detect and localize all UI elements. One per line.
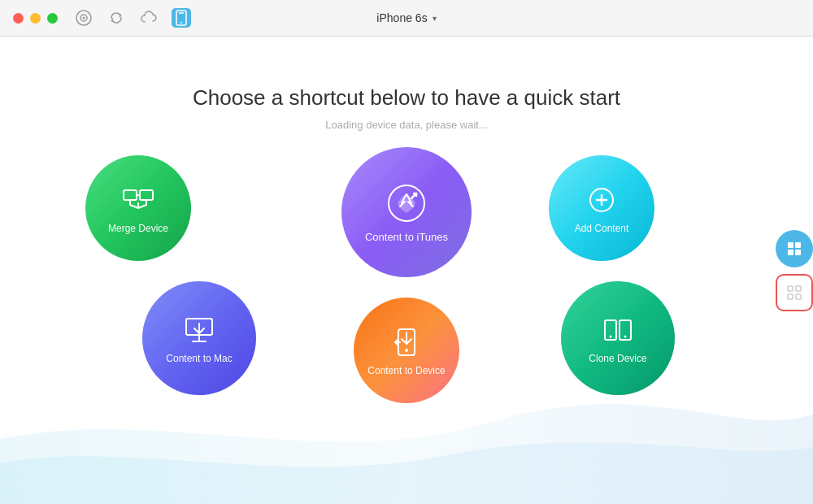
svg-point-14 <box>405 349 408 352</box>
cloud-icon[interactable] <box>139 8 159 28</box>
svg-point-18 <box>624 336 627 338</box>
toolbar-icons <box>74 8 191 28</box>
svg-rect-24 <box>796 286 801 291</box>
svg-point-2 <box>83 17 85 20</box>
content-to-itunes-label: Content to iTunes <box>365 231 448 243</box>
content-to-device-label: Content to Device <box>367 365 445 376</box>
main-content: Choose a shortcut below to have a quick … <box>0 37 813 504</box>
svg-point-17 <box>610 336 612 338</box>
svg-rect-22 <box>795 250 801 255</box>
svg-rect-23 <box>788 286 793 291</box>
svg-rect-7 <box>140 190 153 200</box>
merge-device-label: Merge Device <box>108 223 168 234</box>
svg-rect-19 <box>788 242 793 248</box>
main-title: Choose a shortcut below to have a quick … <box>0 85 813 111</box>
add-content-label: Add Content <box>575 223 629 234</box>
svg-rect-21 <box>788 250 793 255</box>
svg-point-5 <box>180 22 182 24</box>
close-button[interactable] <box>13 13 24 24</box>
minimize-button[interactable] <box>30 13 41 24</box>
content-to-mac-button[interactable]: Content to Mac <box>142 281 256 395</box>
refresh-icon[interactable] <box>107 8 126 28</box>
grid-side-button[interactable] <box>776 274 813 311</box>
svg-rect-20 <box>795 242 801 248</box>
device-name: iPhone 6s <box>376 11 427 24</box>
add-content-button[interactable]: Add Content <box>549 155 654 261</box>
content-to-device-button[interactable]: Content to Device <box>354 298 459 403</box>
phone-icon[interactable] <box>172 8 191 28</box>
merge-device-button[interactable]: Merge Device <box>85 155 191 261</box>
loading-subtitle: Loading device data, please wait... <box>0 119 813 131</box>
info-side-button[interactable] <box>776 230 813 267</box>
svg-rect-6 <box>124 190 137 200</box>
content-to-itunes-button[interactable]: Content to iTunes <box>341 147 472 277</box>
clone-device-button[interactable]: Clone Device <box>561 281 675 395</box>
traffic-lights <box>13 13 58 24</box>
maximize-button[interactable] <box>47 13 58 24</box>
circles-area: Merge Device Content to iTunes <box>0 131 813 440</box>
content-to-mac-label: Content to Mac <box>166 353 232 364</box>
titlebar: iPhone 6s ▾ <box>0 0 813 37</box>
music-icon[interactable] <box>74 8 93 28</box>
svg-rect-25 <box>788 294 793 299</box>
side-buttons <box>776 230 813 311</box>
clone-device-label: Clone Device <box>589 353 646 364</box>
header-section: Choose a shortcut below to have a quick … <box>0 37 813 131</box>
device-title[interactable]: iPhone 6s ▾ <box>376 11 436 24</box>
svg-rect-26 <box>796 294 801 299</box>
dropdown-arrow-icon: ▾ <box>433 14 437 23</box>
